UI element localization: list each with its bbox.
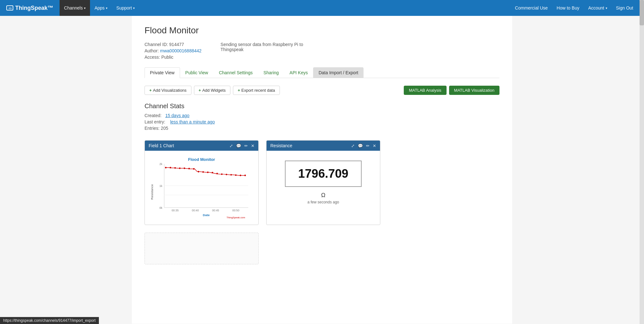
svg-point-19 bbox=[198, 171, 199, 173]
field1-close-icon[interactable]: ✕ bbox=[251, 143, 254, 148]
svg-point-28 bbox=[240, 175, 241, 176]
navbar-left: Channels ▾ Apps ▾ Support ▾ bbox=[60, 0, 139, 16]
svg-text:1k: 1k bbox=[159, 184, 163, 188]
access-row: Access: Public bbox=[145, 55, 202, 60]
resistance-external-link-icon[interactable]: ⤢ bbox=[351, 143, 355, 148]
chart-y-label: Resistance bbox=[150, 184, 154, 200]
navbar-right: Commercial Use How to Buy Account ▾ Sign… bbox=[511, 0, 638, 16]
nav-commercial-use[interactable]: Commercial Use bbox=[511, 0, 552, 16]
nav-channels[interactable]: Channels ▾ bbox=[60, 0, 90, 16]
add-viz-plus-icon: + bbox=[149, 88, 152, 93]
svg-point-15 bbox=[179, 168, 181, 169]
tabs: Private View Public View Channel Setting… bbox=[145, 67, 499, 78]
matlab-analysis-button[interactable]: MATLAB Analysis bbox=[404, 86, 446, 95]
support-caret: ▾ bbox=[133, 6, 135, 10]
main-content: Flood Monitor Channel ID: 914477 Author:… bbox=[132, 16, 512, 324]
export-recent-data-button[interactable]: + Export recent data bbox=[233, 86, 280, 95]
author-label: Author: bbox=[145, 48, 159, 53]
add-card bbox=[145, 233, 259, 264]
charts-row: Field 1 Chart ⤢ 💬 ✏ ✕ Flood Monitor Resi… bbox=[145, 140, 499, 264]
svg-point-21 bbox=[207, 172, 209, 173]
author-link[interactable]: mwa0000016888442 bbox=[160, 48, 202, 53]
stats-title: Channel Stats bbox=[145, 102, 499, 110]
author-row: Author: mwa0000016888442 bbox=[145, 48, 202, 53]
channel-id-row: Channel ID: 914477 bbox=[145, 42, 202, 47]
tab-channel-settings[interactable]: Channel Settings bbox=[214, 67, 258, 78]
brand[interactable]: ▭ ThingSpeak™ bbox=[6, 5, 53, 11]
logo-icon: ▭ bbox=[6, 5, 13, 10]
svg-point-24 bbox=[221, 173, 222, 175]
scroll-thumb[interactable] bbox=[640, 0, 644, 25]
field1-edit-icon[interactable]: ✏ bbox=[244, 143, 248, 148]
access-label: Access: bbox=[145, 55, 160, 60]
nav-account[interactable]: Account ▾ bbox=[584, 0, 612, 16]
add-widgets-button[interactable]: + Add Widgets bbox=[194, 86, 230, 95]
field1-chart-title: Field 1 Chart bbox=[149, 143, 229, 148]
nav-how-to-buy[interactable]: How to Buy bbox=[552, 0, 584, 16]
resistance-unit: Ω bbox=[321, 192, 325, 199]
entries-row: Entries: 205 bbox=[145, 126, 499, 131]
resistance-title: Resistance bbox=[270, 143, 351, 148]
add-viz-label: Add Visualizations bbox=[153, 88, 187, 93]
field1-chart-card: Field 1 Chart ⤢ 💬 ✏ ✕ Flood Monitor Resi… bbox=[145, 140, 259, 225]
svg-text:2k: 2k bbox=[159, 162, 163, 166]
channels-caret: ▾ bbox=[84, 6, 86, 10]
resistance-card: Resistance ⤢ 💬 ✏ ✕ 1796.709 Ω a few seco… bbox=[266, 140, 380, 225]
description: Sending sensor data from Raspberry Pi to… bbox=[221, 42, 303, 52]
svg-point-26 bbox=[230, 174, 232, 175]
channel-meta: Channel ID: 914477 Author: mwa0000016888… bbox=[145, 42, 499, 61]
svg-point-27 bbox=[235, 174, 237, 176]
svg-point-12 bbox=[165, 167, 167, 169]
account-caret: ▾ bbox=[606, 6, 607, 10]
svg-text:00:35: 00:35 bbox=[171, 209, 178, 212]
tab-public-view[interactable]: Public View bbox=[180, 67, 214, 78]
entries-value: 205 bbox=[161, 126, 168, 131]
svg-text:00:45: 00:45 bbox=[212, 209, 219, 212]
status-bar: https://thingspeak.com/channels/914477/i… bbox=[0, 317, 99, 324]
toolbar-left: + Add Visualizations + Add Widgets + Exp… bbox=[145, 86, 280, 95]
field1-chart-header: Field 1 Chart ⤢ 💬 ✏ ✕ bbox=[145, 141, 258, 151]
scrollbar[interactable] bbox=[640, 0, 644, 324]
tab-data-import-export[interactable]: Data Import / Export bbox=[313, 67, 364, 78]
nav-support[interactable]: Support ▾ bbox=[112, 0, 139, 16]
last-entry-value[interactable]: less than a minute ago bbox=[170, 119, 215, 124]
resistance-value-box: 1796.709 bbox=[285, 161, 362, 187]
channel-id-label: Channel ID: bbox=[145, 42, 168, 47]
svg-point-25 bbox=[226, 174, 227, 175]
export-label: Export recent data bbox=[241, 88, 275, 93]
resistance-header: Resistance ⤢ 💬 ✏ ✕ bbox=[267, 141, 380, 151]
field1-external-link-icon[interactable]: ⤢ bbox=[229, 143, 233, 148]
field1-comment-icon[interactable]: 💬 bbox=[236, 143, 241, 148]
resistance-close-icon[interactable]: ✕ bbox=[373, 143, 376, 148]
add-widget-label: Add Widgets bbox=[202, 88, 226, 93]
nav-sign-out[interactable]: Sign Out bbox=[612, 0, 638, 16]
created-value[interactable]: 15 days ago bbox=[165, 113, 189, 118]
chart-line bbox=[166, 168, 245, 175]
entries-label: Entries: bbox=[145, 126, 159, 131]
tab-private-view[interactable]: Private View bbox=[145, 67, 180, 78]
svg-point-20 bbox=[202, 171, 204, 173]
last-entry-row: Last entry: less than a minute ago bbox=[145, 119, 499, 124]
last-entry-label: Last entry: bbox=[145, 119, 165, 124]
resistance-icons: ⤢ 💬 ✏ ✕ bbox=[351, 143, 376, 148]
resistance-time: a few seconds ago bbox=[307, 200, 339, 204]
svg-text:Date: Date bbox=[203, 213, 210, 217]
svg-point-18 bbox=[193, 168, 195, 170]
channel-stats: Channel Stats Created: 15 days ago Last … bbox=[145, 102, 499, 131]
resistance-edit-icon[interactable]: ✏ bbox=[366, 143, 370, 148]
tab-sharing[interactable]: Sharing bbox=[258, 67, 284, 78]
svg-text:0k: 0k bbox=[159, 206, 163, 209]
created-row: Created: 15 days ago bbox=[145, 113, 499, 118]
svg-point-13 bbox=[170, 167, 171, 169]
meta-right: Sending sensor data from Raspberry Pi to… bbox=[221, 42, 316, 61]
svg-text:00:40: 00:40 bbox=[192, 209, 199, 212]
resistance-comment-icon[interactable]: 💬 bbox=[358, 143, 363, 148]
apps-caret: ▾ bbox=[106, 6, 107, 10]
add-visualizations-button[interactable]: + Add Visualizations bbox=[145, 86, 191, 95]
nav-apps[interactable]: Apps ▾ bbox=[90, 0, 112, 16]
add-widget-plus-icon: + bbox=[199, 88, 201, 93]
created-label: Created: bbox=[145, 113, 162, 118]
tab-api-keys[interactable]: API Keys bbox=[284, 67, 313, 78]
chart-svg-title: Flood Monitor bbox=[188, 157, 215, 162]
matlab-visualization-button[interactable]: MATLAB Visualization bbox=[449, 86, 499, 95]
